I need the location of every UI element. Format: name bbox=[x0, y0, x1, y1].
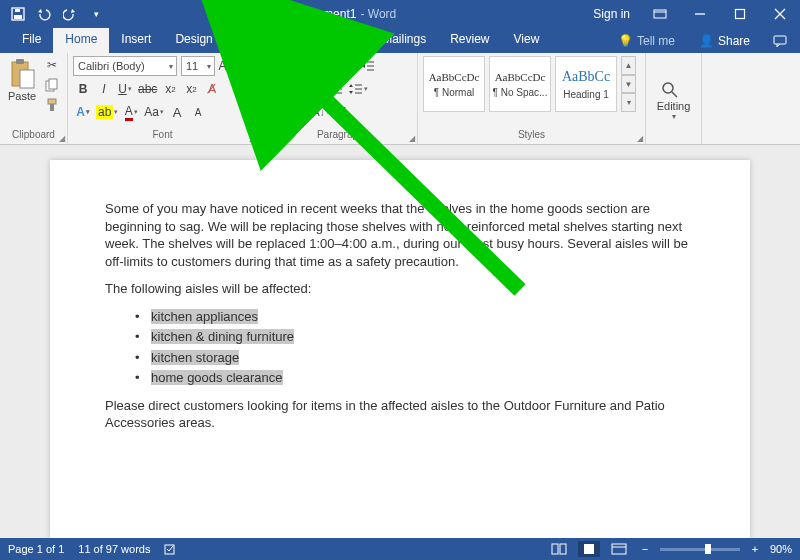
ribbon-display-icon[interactable] bbox=[640, 0, 680, 28]
shrink-font-icon[interactable]: A▼ bbox=[237, 56, 257, 76]
document-area[interactable]: Some of you may have noticed in recent w… bbox=[0, 145, 800, 538]
list-item[interactable]: kitchen storage bbox=[135, 349, 695, 367]
grow-font-icon[interactable]: A▲ bbox=[216, 56, 236, 76]
svg-rect-15 bbox=[48, 99, 56, 104]
read-mode-icon[interactable] bbox=[548, 541, 570, 557]
selected-text[interactable]: kitchen storage bbox=[151, 350, 239, 365]
save-icon[interactable] bbox=[6, 3, 30, 25]
cut-icon[interactable]: ✂ bbox=[42, 56, 62, 74]
group-label-styles: Styles bbox=[423, 129, 640, 143]
minimize-icon[interactable] bbox=[680, 0, 720, 28]
sort-icon[interactable]: A↓ bbox=[311, 102, 332, 122]
page-count[interactable]: Page 1 of 1 bbox=[8, 543, 64, 555]
show-marks-icon[interactable]: ¶ bbox=[333, 102, 353, 122]
paragraph-launcher-icon[interactable]: ◢ bbox=[409, 134, 415, 143]
font-color-icon[interactable]: A bbox=[121, 102, 141, 122]
paragraph-3[interactable]: Please direct customers looking for item… bbox=[105, 397, 695, 432]
tab-references[interactable]: References bbox=[285, 28, 370, 53]
styles-gallery[interactable]: AaBbCcDc¶ NormalAaBbCcDc¶ No Spac...AaBb… bbox=[423, 56, 636, 112]
close-icon[interactable] bbox=[760, 0, 800, 28]
svg-rect-11 bbox=[16, 59, 24, 64]
borders-icon[interactable] bbox=[287, 102, 310, 122]
clear-formatting-icon[interactable]: A̸ bbox=[202, 79, 222, 99]
superscript-button[interactable]: x2 bbox=[181, 79, 201, 99]
word-count[interactable]: 11 of 97 words bbox=[78, 543, 150, 555]
decrease-indent-icon[interactable] bbox=[337, 56, 357, 76]
line-spacing-icon[interactable] bbox=[347, 79, 370, 99]
tab-review[interactable]: Review bbox=[438, 28, 501, 53]
proofing-icon[interactable] bbox=[164, 543, 178, 555]
tab-insert[interactable]: Insert bbox=[109, 28, 163, 53]
numbering-button[interactable]: 123 bbox=[289, 56, 312, 76]
zoom-slider[interactable] bbox=[660, 548, 740, 551]
bullets-button[interactable] bbox=[263, 56, 288, 76]
share-button[interactable]: 👤 Share bbox=[689, 34, 760, 48]
selected-text[interactable]: home goods clearance bbox=[151, 370, 283, 385]
selected-text[interactable]: kitchen appliances bbox=[151, 309, 258, 324]
undo-icon[interactable] bbox=[32, 3, 56, 25]
tell-me-search[interactable]: 💡 Tell me bbox=[610, 34, 683, 48]
align-right-icon[interactable] bbox=[305, 79, 325, 99]
align-left-icon[interactable] bbox=[263, 79, 283, 99]
list-item[interactable]: home goods clearance bbox=[135, 369, 695, 387]
svg-point-21 bbox=[267, 69, 270, 72]
print-layout-icon[interactable] bbox=[578, 541, 600, 557]
redo-icon[interactable] bbox=[58, 3, 82, 25]
tab-view[interactable]: View bbox=[502, 28, 552, 53]
window-title: Document1 - Word bbox=[108, 7, 583, 21]
qat-customize-icon[interactable]: ▾ bbox=[84, 3, 108, 25]
italic-button[interactable]: I bbox=[94, 79, 114, 99]
comments-icon[interactable] bbox=[766, 35, 794, 47]
styles-launcher-icon[interactable]: ◢ bbox=[637, 134, 643, 143]
style-item[interactable]: AaBbCcHeading 1 bbox=[555, 56, 617, 112]
gallery-scroll[interactable]: ▲▼▾ bbox=[621, 56, 636, 112]
shading-icon[interactable] bbox=[263, 102, 286, 122]
align-center-icon[interactable] bbox=[284, 79, 304, 99]
sign-in-button[interactable]: Sign in bbox=[583, 7, 640, 21]
copy-icon[interactable] bbox=[42, 76, 62, 94]
paragraph-1[interactable]: Some of you may have noticed in recent w… bbox=[105, 200, 695, 270]
font-name-combo[interactable]: Calibri (Body) bbox=[73, 56, 177, 76]
justify-icon[interactable] bbox=[326, 79, 346, 99]
tab-file[interactable]: File bbox=[10, 28, 53, 53]
grow-font2-icon[interactable]: A bbox=[167, 102, 187, 122]
tab-mailings[interactable]: Mailings bbox=[370, 28, 438, 53]
selected-text[interactable]: kitchen & dining furniture bbox=[151, 329, 294, 344]
bold-button[interactable]: B bbox=[73, 79, 93, 99]
zoom-out-icon[interactable]: − bbox=[638, 543, 652, 555]
app-name: - Word bbox=[360, 7, 396, 21]
highlight-icon[interactable]: ab bbox=[94, 102, 120, 122]
format-painter-icon[interactable] bbox=[42, 96, 62, 114]
change-case-icon[interactable]: Aa bbox=[142, 102, 166, 122]
shrink-font2-icon[interactable]: A bbox=[188, 102, 208, 122]
zoom-level[interactable]: 90% bbox=[770, 543, 792, 555]
list-item[interactable]: kitchen & dining furniture bbox=[135, 328, 695, 346]
web-layout-icon[interactable] bbox=[608, 541, 630, 557]
multilevel-list-button[interactable] bbox=[313, 56, 336, 76]
paste-button[interactable]: Paste bbox=[5, 56, 39, 102]
list-item[interactable]: kitchen appliances bbox=[135, 308, 695, 326]
tab-design[interactable]: Design bbox=[163, 28, 224, 53]
svg-rect-3 bbox=[654, 10, 666, 18]
font-launcher-icon[interactable]: ◢ bbox=[249, 134, 255, 143]
editing-dropdown[interactable]: Editing ▾ bbox=[651, 78, 696, 121]
font-size-combo[interactable]: 11 bbox=[181, 56, 215, 76]
text-effects-icon[interactable]: A bbox=[73, 102, 93, 122]
underline-button[interactable]: U bbox=[115, 79, 135, 99]
style-item[interactable]: AaBbCcDc¶ No Spac... bbox=[489, 56, 551, 112]
style-item[interactable]: AaBbCcDc¶ Normal bbox=[423, 56, 485, 112]
maximize-icon[interactable] bbox=[720, 0, 760, 28]
paste-label: Paste bbox=[8, 90, 36, 102]
group-styles: AaBbCcDc¶ NormalAaBbCcDc¶ No Spac...AaBb… bbox=[418, 53, 646, 144]
svg-rect-14 bbox=[49, 79, 57, 89]
clipboard-launcher-icon[interactable]: ◢ bbox=[59, 134, 65, 143]
tab-home[interactable]: Home bbox=[53, 28, 109, 53]
increase-indent-icon[interactable] bbox=[358, 56, 378, 76]
bulleted-list[interactable]: kitchen applianceskitchen & dining furni… bbox=[135, 308, 695, 387]
zoom-in-icon[interactable]: + bbox=[748, 543, 762, 555]
document-page[interactable]: Some of you may have noticed in recent w… bbox=[50, 160, 750, 538]
paragraph-2[interactable]: The following aisles will be affected: bbox=[105, 280, 695, 298]
strikethrough-button[interactable]: abc bbox=[136, 79, 159, 99]
subscript-button[interactable]: x2 bbox=[160, 79, 180, 99]
tab-layout[interactable]: Layout bbox=[225, 28, 285, 53]
